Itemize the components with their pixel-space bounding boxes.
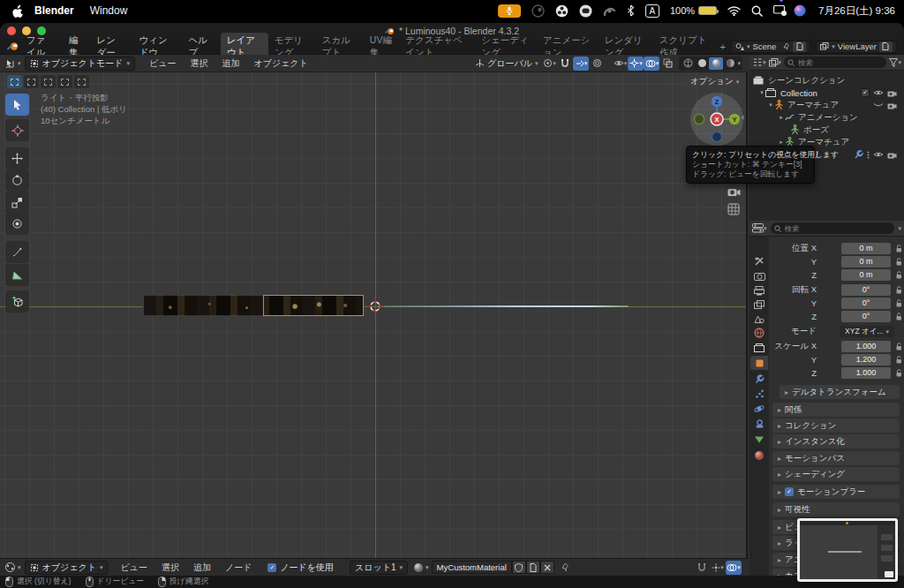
collapse-icon[interactable]: ▾ <box>767 102 774 109</box>
lock-icon[interactable] <box>895 313 903 321</box>
shading-rendered-button[interactable] <box>723 57 737 70</box>
show-gizmo-toggle[interactable]: ▾ <box>628 57 644 71</box>
shader-mode-dropdown[interactable]: オブジェクト▾ <box>25 561 109 575</box>
move-tool[interactable] <box>5 147 29 170</box>
pin-icon[interactable] <box>783 42 790 50</box>
shading-wireframe-button[interactable] <box>681 57 695 70</box>
outliner-filter-button[interactable]: ▾ <box>889 58 901 67</box>
shading-material-button[interactable] <box>709 57 723 70</box>
pivot-point-dropdown[interactable]: ▾ <box>541 57 557 71</box>
tab-output[interactable] <box>750 283 768 298</box>
orientation-dropdown[interactable]: グローバル▾ <box>475 57 538 70</box>
proportional-edit-toggle[interactable] <box>589 57 605 71</box>
xray-toggle[interactable] <box>659 57 675 71</box>
3d-viewport[interactable]: ライト・平行投影 (40) Collection | 低ポリ 10センチメートル… <box>0 72 748 558</box>
obs-icon[interactable] <box>531 4 545 18</box>
screen-mirroring-icon[interactable] <box>773 5 783 16</box>
section-motion-paths[interactable]: ▸モーションパス <box>772 451 900 465</box>
slot-dropdown[interactable]: スロット1▾ <box>350 561 408 575</box>
spotlight-search-icon[interactable] <box>751 5 763 17</box>
outliner-filter-id-dropdown[interactable]: ▾ <box>769 58 782 67</box>
motion-blur-checkbox[interactable]: ✓ <box>785 487 794 496</box>
navigation-gizmo[interactable]: Z Y X <box>689 91 745 147</box>
snap-settings-dropdown[interactable]: ▾ <box>573 57 589 71</box>
view-menu[interactable]: ビュー <box>142 57 183 70</box>
snap-toggle[interactable] <box>557 57 573 71</box>
shader-overlays-toggle[interactable]: ▾ <box>726 561 742 575</box>
scale-y-field[interactable]: 1.200 <box>841 354 891 366</box>
new-scene-button[interactable] <box>793 41 806 52</box>
options-dropdown[interactable]: オプション▾ <box>685 75 744 88</box>
lock-icon[interactable] <box>895 356 903 365</box>
tab-physics[interactable] <box>750 402 768 416</box>
tab-particles[interactable] <box>750 387 768 401</box>
rotation-x-field[interactable]: 0° <box>841 284 891 296</box>
lock-icon[interactable] <box>895 245 903 253</box>
macos-app-name[interactable]: Blender <box>34 4 74 17</box>
new-viewlayer-button[interactable] <box>879 41 893 52</box>
screen-preview-thumbnail[interactable] <box>797 518 898 582</box>
eye-closed-icon[interactable] <box>873 102 884 109</box>
new-material-button[interactable] <box>526 561 540 574</box>
outliner-search[interactable] <box>784 57 886 68</box>
select-menu[interactable]: 選択 <box>183 57 215 70</box>
lowpoly-mesh-object[interactable] <box>143 295 364 316</box>
rotation-mode-dropdown[interactable]: XYZ オイ...▾ <box>840 326 894 337</box>
tab-viewlayer[interactable] <box>750 298 768 312</box>
wifi-icon[interactable] <box>727 6 741 16</box>
scale-tool[interactable] <box>5 192 29 214</box>
scale-x-field[interactable]: 1.000 <box>841 341 891 352</box>
outliner-row-collection[interactable]: ▾ Collection ✓ <box>750 87 904 99</box>
ortho-toggle-button[interactable] <box>726 201 742 217</box>
outliner-row-armature-object[interactable]: ▾ アーマチュア <box>750 99 904 111</box>
unlink-material-button[interactable] <box>540 561 554 574</box>
cursor-tool[interactable] <box>5 119 29 141</box>
apple-menu-icon[interactable] <box>12 4 24 18</box>
arc-icon[interactable] <box>603 4 616 18</box>
lock-icon[interactable] <box>895 271 903 280</box>
shader-add-menu[interactable]: 追加 <box>186 562 218 574</box>
location-y-field[interactable]: 0 m <box>841 256 891 268</box>
tab-tool[interactable] <box>750 254 768 268</box>
use-nodes-checkbox[interactable]: ✓ <box>267 563 276 572</box>
section-motion-blur[interactable]: ▸✓モーションブラー <box>772 485 900 499</box>
tab-scene[interactable] <box>750 312 768 326</box>
blender-menu-icon[interactable] <box>7 41 19 51</box>
menubar-clock[interactable]: 7月26日(土) 9:36 <box>818 4 895 18</box>
properties-search[interactable] <box>771 222 895 234</box>
outliner-row-scene-collection[interactable]: シーンコレクション <box>750 74 904 87</box>
select-mode-intersect[interactable] <box>74 75 89 88</box>
select-box-tool[interactable] <box>5 94 29 116</box>
tab-modifiers[interactable] <box>750 372 768 386</box>
disable-render-camera-icon[interactable] <box>887 89 897 97</box>
section-collections[interactable]: ▸コレクション <box>772 418 900 433</box>
fake-user-button[interactable] <box>512 561 526 574</box>
annotate-tool[interactable] <box>5 241 29 263</box>
material-browse-dropdown[interactable]: ▾ <box>413 562 429 573</box>
tab-data[interactable] <box>750 433 768 447</box>
collection-checkbox[interactable]: ✓ <box>861 88 870 97</box>
macos-window-menu[interactable]: Window <box>90 4 128 17</box>
disable-render-camera-icon[interactable] <box>887 151 897 159</box>
hide-eye-icon[interactable] <box>873 89 884 96</box>
shader-snap-toggle[interactable] <box>694 561 710 575</box>
lock-icon[interactable] <box>895 343 903 351</box>
lock-icon[interactable] <box>895 286 903 295</box>
location-x-field[interactable]: 0 m <box>841 243 891 254</box>
properties-editor-type-dropdown[interactable]: ▾ <box>752 223 767 233</box>
gizmo-y-label[interactable]: Y <box>732 116 736 124</box>
section-instancing[interactable]: ▸インスタンス化 <box>772 434 900 449</box>
lock-icon[interactable] <box>895 299 903 308</box>
tab-render[interactable] <box>750 269 768 283</box>
shader-view-menu[interactable]: ビュー <box>113 562 154 574</box>
mode-dropdown[interactable]: オブジェクトモード▾ <box>25 57 135 71</box>
properties-options-chevron[interactable]: ▾ <box>898 225 901 231</box>
editor-type-button[interactable]: ▾ <box>4 58 21 69</box>
expand-icon[interactable]: ▸ <box>778 114 785 121</box>
tab-world[interactable] <box>750 326 768 340</box>
section-delta-transform[interactable]: ▸デルタトランスフォーム <box>780 385 900 399</box>
show-overlays-toggle[interactable]: ▾ <box>644 57 659 71</box>
outliner-search-input[interactable] <box>798 57 870 68</box>
select-mode-subtract[interactable] <box>41 75 56 88</box>
add-menu[interactable]: 追加 <box>215 57 246 70</box>
